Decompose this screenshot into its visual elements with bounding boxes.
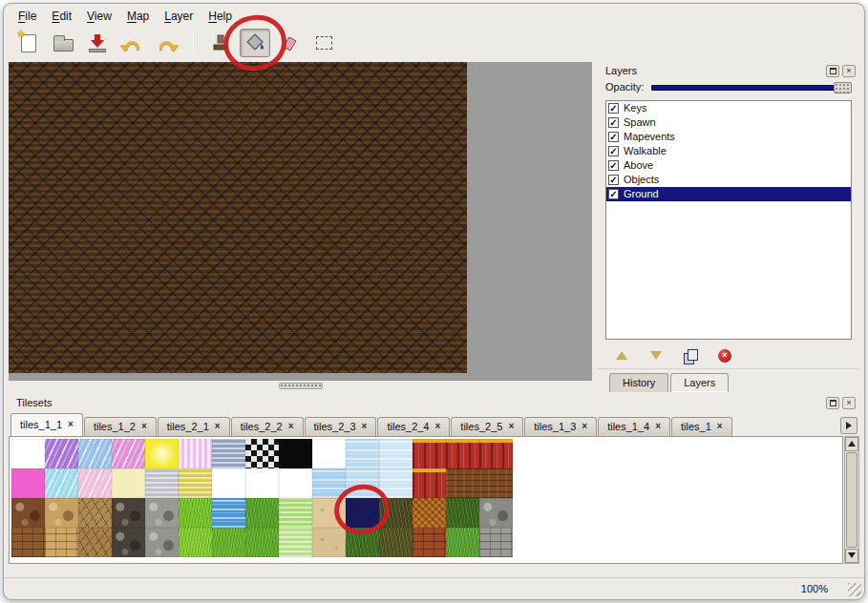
- palette-tile-selected[interactable]: [346, 498, 379, 528]
- tilesets-detach-button[interactable]: [826, 397, 839, 409]
- undo-button[interactable]: [116, 29, 147, 57]
- scroll-up-button[interactable]: [845, 437, 858, 451]
- tab-close-icon[interactable]: ×: [582, 422, 587, 431]
- tileset-tab-tiles_2_1[interactable]: tiles_2_1×: [158, 417, 230, 436]
- panel-detach-button[interactable]: [826, 65, 839, 77]
- menu-item-help[interactable]: Help: [201, 8, 239, 25]
- layer-row-keys[interactable]: ✓Keys: [606, 101, 851, 115]
- palette-tile[interactable]: [11, 498, 45, 528]
- layer-move-down-button[interactable]: [646, 347, 667, 364]
- tab-close-icon[interactable]: ×: [508, 422, 514, 431]
- palette-tile[interactable]: [11, 439, 45, 468]
- palette-tile[interactable]: [346, 528, 379, 557]
- tileset-tab-tiles_2_2[interactable]: tiles_2_2×: [231, 417, 304, 436]
- opacity-slider[interactable]: [651, 81, 852, 94]
- palette-tile[interactable]: [312, 528, 346, 557]
- palette-tile[interactable]: [279, 528, 312, 557]
- fill-tool-button[interactable]: [240, 29, 270, 57]
- palette-tile[interactable]: [212, 439, 245, 468]
- layer-visibility-checkbox[interactable]: ✓: [608, 117, 619, 128]
- palette-tile[interactable]: [312, 439, 346, 468]
- new-file-button[interactable]: [13, 29, 44, 57]
- palette-tile[interactable]: [212, 468, 245, 498]
- palette-tile[interactable]: [346, 439, 379, 468]
- palette-tile[interactable]: [479, 439, 513, 468]
- palette-vertical-scrollbar[interactable]: [844, 436, 859, 564]
- palette-tile[interactable]: [212, 498, 245, 528]
- opacity-slider-handle[interactable]: [834, 82, 852, 94]
- palette-tile[interactable]: [45, 468, 78, 498]
- layer-row-walkable[interactable]: ✓Walkable: [606, 144, 851, 158]
- palette-tile[interactable]: [145, 468, 179, 498]
- tab-close-icon[interactable]: ×: [288, 422, 294, 431]
- tileset-tab-tiles_1_2[interactable]: tiles_1_2×: [84, 417, 157, 436]
- tileset-tab-tiles_1_3[interactable]: tiles_1_3×: [524, 417, 597, 436]
- palette-tile[interactable]: [78, 439, 112, 468]
- palette-tile[interactable]: [45, 498, 78, 528]
- palette-tile[interactable]: [179, 528, 212, 557]
- palette-tile[interactable]: [279, 498, 312, 528]
- layer-visibility-checkbox[interactable]: ✓: [608, 160, 619, 171]
- tab-close-icon[interactable]: ×: [435, 422, 441, 431]
- palette-tile[interactable]: [346, 468, 379, 498]
- palette-tile[interactable]: [379, 439, 413, 468]
- stamp-tool-button[interactable]: [205, 29, 236, 57]
- panel-close-button[interactable]: ×: [842, 65, 856, 77]
- scroll-down-button[interactable]: [845, 549, 858, 563]
- map-canvas[interactable]: [9, 62, 592, 381]
- tab-scroll-right-button[interactable]: [840, 417, 857, 434]
- menu-item-map[interactable]: Map: [120, 8, 156, 25]
- palette-tile[interactable]: [112, 439, 145, 468]
- menu-item-layer[interactable]: Layer: [158, 8, 200, 25]
- scrollbar-thumb[interactable]: [846, 452, 857, 548]
- save-button[interactable]: [82, 29, 113, 57]
- tab-history[interactable]: History: [609, 373, 668, 392]
- palette-tile[interactable]: [112, 498, 145, 528]
- tab-close-icon[interactable]: ×: [215, 422, 221, 431]
- palette-tile[interactable]: [179, 439, 212, 468]
- palette-tile[interactable]: [413, 439, 446, 468]
- palette-tile[interactable]: [245, 498, 279, 528]
- palette-tile[interactable]: [312, 498, 346, 528]
- tab-close-icon[interactable]: ×: [717, 422, 723, 431]
- palette-tile[interactable]: [479, 498, 513, 528]
- palette-tile[interactable]: [78, 498, 112, 528]
- palette-tile[interactable]: [11, 528, 45, 557]
- layer-visibility-checkbox[interactable]: ✓: [608, 175, 619, 185]
- tab-close-icon[interactable]: ×: [68, 420, 74, 429]
- palette-tile[interactable]: [112, 528, 145, 557]
- palette-tile[interactable]: [379, 498, 413, 528]
- palette-tile[interactable]: [179, 468, 212, 498]
- tileset-tab-tiles_1[interactable]: tiles_1×: [671, 417, 732, 436]
- palette-tile[interactable]: [379, 468, 413, 498]
- palette-tile[interactable]: [78, 468, 112, 498]
- palette-tile[interactable]: [446, 498, 479, 528]
- palette-tile[interactable]: [446, 468, 479, 498]
- layer-row-mapevents[interactable]: ✓Mapevents: [606, 130, 851, 144]
- palette-tile[interactable]: [45, 528, 78, 557]
- layer-move-up-button[interactable]: [611, 347, 632, 364]
- layer-row-ground[interactable]: ✓Ground: [606, 187, 851, 201]
- palette-tile[interactable]: [78, 528, 112, 557]
- palette-tile[interactable]: [413, 528, 446, 557]
- palette-tile[interactable]: [245, 439, 279, 468]
- tileset-tab-tiles_1_1[interactable]: tiles_1_1×: [11, 413, 83, 436]
- tileset-tab-tiles_2_3[interactable]: tiles_2_3×: [305, 417, 377, 436]
- palette-tile[interactable]: [312, 468, 346, 498]
- palette-tile[interactable]: [446, 528, 479, 557]
- layer-row-objects[interactable]: ✓Objects: [606, 173, 851, 187]
- palette-tile[interactable]: [413, 468, 446, 498]
- layer-visibility-checkbox[interactable]: ✓: [608, 146, 619, 156]
- resize-grip[interactable]: [848, 583, 861, 596]
- palette-tile[interactable]: [145, 439, 179, 468]
- layer-visibility-checkbox[interactable]: ✓: [608, 103, 619, 114]
- palette-tile[interactable]: [279, 439, 312, 468]
- palette-tile[interactable]: [245, 528, 279, 557]
- palette-tile[interactable]: [11, 468, 45, 498]
- palette-tile[interactable]: [45, 439, 78, 468]
- palette-tile[interactable]: [379, 528, 413, 557]
- palette-tile[interactable]: [446, 439, 479, 468]
- palette-tile[interactable]: [212, 528, 245, 557]
- eraser-tool-button[interactable]: [274, 29, 305, 57]
- tab-close-icon[interactable]: ×: [362, 422, 368, 431]
